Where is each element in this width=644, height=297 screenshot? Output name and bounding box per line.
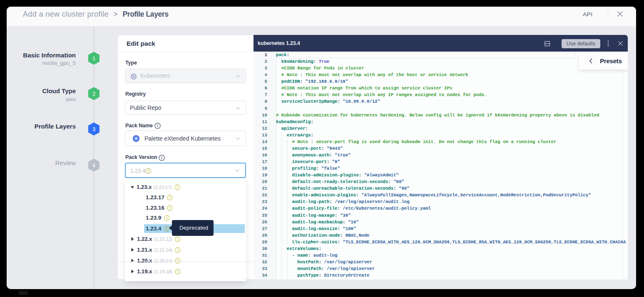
- svg-text:4: 4: [92, 162, 95, 168]
- svg-text:1: 1: [92, 55, 95, 62]
- svg-text:2: 2: [92, 91, 95, 97]
- svg-text:3: 3: [92, 126, 95, 132]
